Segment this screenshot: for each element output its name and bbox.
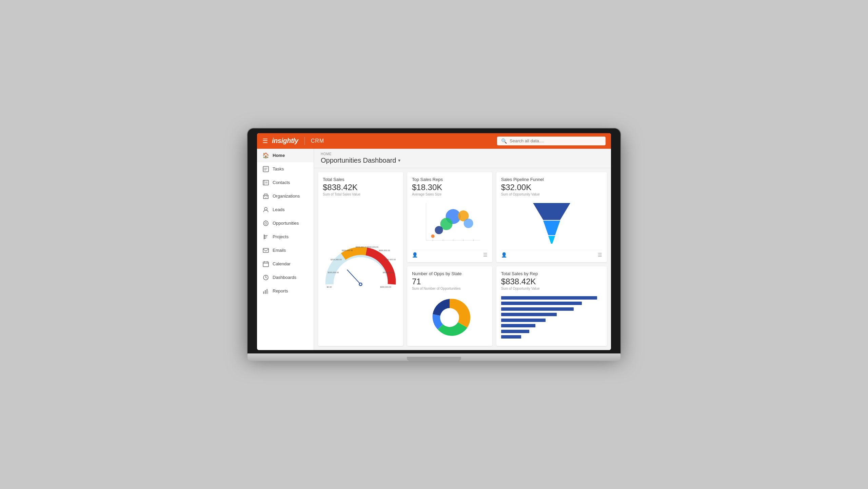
calendar-icon bbox=[262, 261, 269, 267]
main-content: HOME Opportunities Dashboard ▾ Top Sales… bbox=[314, 149, 611, 350]
projects-icon bbox=[262, 233, 269, 240]
widget-total-value: $838.42K bbox=[323, 183, 398, 192]
svg-marker-43 bbox=[543, 221, 560, 235]
svg-point-10 bbox=[264, 207, 267, 210]
sidebar-item-reports[interactable]: Reports bbox=[257, 284, 314, 298]
search-icon: 🔍 bbox=[501, 138, 507, 144]
sidebar-label-reports: Reports bbox=[273, 288, 288, 293]
widget-top-sales-value: $18.30K bbox=[412, 183, 488, 192]
laptop-notch bbox=[407, 357, 461, 361]
sidebar-item-dashboards[interactable]: Dashboards bbox=[257, 271, 314, 284]
app-layout: 🏠 Home Tasks bbox=[257, 149, 611, 350]
svg-point-34 bbox=[463, 219, 473, 228]
organizations-icon bbox=[262, 193, 269, 200]
svg-text:$300,000.00: $300,000.00 bbox=[342, 249, 353, 251]
sidebar-label-organizations: Organizations bbox=[273, 193, 300, 199]
sidebar-label-tasks: Tasks bbox=[273, 166, 284, 171]
opportunities-icon bbox=[262, 220, 269, 227]
svg-point-57 bbox=[360, 283, 361, 285]
tasks-icon bbox=[262, 166, 269, 172]
reports-icon bbox=[262, 288, 269, 294]
widget-opps-subtitle: Sum of Number of Opportunities bbox=[412, 287, 488, 290]
contacts-icon bbox=[262, 179, 269, 186]
sidebar-item-calendar[interactable]: Calendar bbox=[257, 257, 314, 271]
widget-rep-title: Total Sales by Rep bbox=[501, 271, 602, 276]
svg-marker-44 bbox=[548, 236, 555, 244]
sidebar-label-emails: Emails bbox=[273, 248, 286, 253]
sidebar-label-contacts: Contacts bbox=[273, 180, 290, 185]
widget-opps-value: 71 bbox=[412, 277, 488, 286]
sidebar-label-projects: Projects bbox=[273, 234, 289, 239]
svg-point-11 bbox=[263, 221, 268, 226]
dashboard-dropdown[interactable]: ▾ bbox=[398, 158, 400, 163]
sidebar-item-leads[interactable]: Leads bbox=[257, 203, 314, 217]
sidebar-label-leads: Leads bbox=[273, 207, 284, 212]
laptop-wrapper: ☰ insightly CRM 🔍 🏠 Home bbox=[248, 128, 620, 361]
svg-line-55 bbox=[347, 270, 360, 284]
svg-rect-8 bbox=[267, 196, 268, 197]
svg-rect-7 bbox=[264, 196, 265, 197]
widget-sales-pipeline: Sales Pipeline Funnel $32.00K Sum of Opp… bbox=[496, 172, 607, 262]
top-nav: ☰ insightly CRM 🔍 bbox=[257, 133, 611, 149]
table-icon: ☰ bbox=[483, 252, 488, 258]
svg-text:$600,000.00: $600,000.00 bbox=[379, 249, 390, 251]
bar-row-5 bbox=[501, 318, 602, 323]
person-icon: 👤 bbox=[412, 252, 418, 258]
widget-top-sales-footer: 👤 ☰ bbox=[412, 250, 488, 258]
svg-text:$700,000.00: $700,000.00 bbox=[384, 259, 396, 261]
svg-point-35 bbox=[435, 226, 443, 234]
widget-top-sales: Top Sales Reps $18.30K Average Sales Siz… bbox=[407, 172, 492, 262]
widget-rep-value: $838.42K bbox=[501, 277, 602, 286]
sidebar-item-projects[interactable]: Projects bbox=[257, 230, 314, 244]
search-input[interactable] bbox=[510, 138, 601, 143]
sidebar-item-home[interactable]: 🏠 Home bbox=[257, 149, 314, 162]
widget-top-sales-title: Top Sales Reps bbox=[412, 177, 488, 182]
svg-text:$100,000.00: $100,000.00 bbox=[328, 271, 339, 273]
widget-rep-subtitle: Sum of Opportunity Value bbox=[501, 287, 602, 290]
sidebar-item-contacts[interactable]: Contacts bbox=[257, 176, 314, 189]
widget-opps-title: Number of Opps by State bbox=[412, 271, 488, 276]
svg-rect-18 bbox=[263, 248, 269, 252]
leads-icon bbox=[262, 206, 269, 213]
hamburger-menu[interactable]: ☰ bbox=[262, 137, 268, 145]
sidebar-item-organizations[interactable]: Organizations bbox=[257, 189, 314, 203]
donut-svg bbox=[428, 296, 472, 340]
sidebar: 🏠 Home Tasks bbox=[257, 149, 314, 350]
funnel-svg bbox=[530, 201, 574, 245]
svg-point-12 bbox=[265, 222, 267, 224]
svg-text:$400,000.00: $400,000.00 bbox=[356, 246, 367, 248]
person-icon-2: 👤 bbox=[501, 252, 507, 258]
home-icon: 🏠 bbox=[262, 152, 269, 159]
table-icon-2: ☰ bbox=[598, 252, 602, 258]
svg-point-58 bbox=[440, 308, 459, 327]
sidebar-item-tasks[interactable]: Tasks bbox=[257, 162, 314, 176]
widget-total-subtitle: Sum of Total Sales Value bbox=[323, 192, 398, 196]
bubble-chart-svg bbox=[412, 200, 488, 247]
emails-icon bbox=[262, 247, 269, 254]
svg-text:$0.00: $0.00 bbox=[327, 286, 332, 288]
svg-point-36 bbox=[431, 235, 434, 238]
widget-pipeline-value: $32.00K bbox=[501, 183, 602, 192]
laptop-screen: ☰ insightly CRM 🔍 🏠 Home bbox=[248, 128, 620, 353]
sidebar-item-opportunities[interactable]: Opportunities bbox=[257, 217, 314, 230]
dashboards-icon bbox=[262, 274, 269, 281]
bar-row-4 bbox=[501, 312, 602, 317]
sidebar-item-emails[interactable]: Emails bbox=[257, 244, 314, 257]
bar-row-2 bbox=[501, 301, 602, 306]
svg-marker-42 bbox=[533, 203, 570, 220]
svg-rect-28 bbox=[268, 291, 269, 294]
nav-divider bbox=[304, 137, 305, 145]
widget-pipeline-footer: 👤 ☰ bbox=[501, 250, 602, 258]
dashboard-grid: Top Sales Reps $18.30K Average Sales Siz… bbox=[314, 168, 611, 350]
page-title-row: Opportunities Dashboard ▾ bbox=[321, 157, 604, 164]
svg-rect-9 bbox=[265, 197, 267, 199]
gauge-chart: $0.00 $100,000.00 $200,000.00 $300,000.0… bbox=[323, 196, 398, 341]
page-title: Opportunities Dashboard bbox=[321, 157, 396, 164]
bar-row-6 bbox=[501, 323, 602, 328]
bar-chart bbox=[501, 294, 602, 341]
svg-point-24 bbox=[265, 277, 266, 278]
app-product: CRM bbox=[311, 138, 324, 144]
search-bar[interactable]: 🔍 bbox=[497, 137, 606, 145]
gauge-svg: $0.00 $100,000.00 $200,000.00 $300,000.0… bbox=[323, 231, 398, 306]
svg-rect-6 bbox=[264, 194, 267, 195]
